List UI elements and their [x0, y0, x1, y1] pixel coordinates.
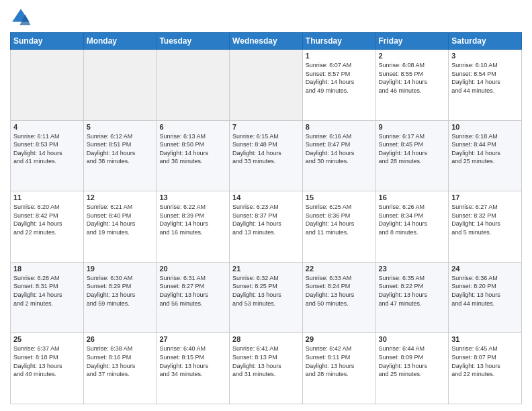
calendar-cell: 13Sunrise: 6:22 AM Sunset: 8:39 PM Dayli… [157, 191, 230, 263]
day-info: Sunrise: 6:40 AM Sunset: 8:15 PM Dayligh… [159, 345, 226, 378]
day-info: Sunrise: 6:12 AM Sunset: 8:51 PM Dayligh… [87, 132, 154, 166]
day-number: 24 [451, 265, 519, 273]
calendar-cell: 8Sunrise: 6:16 AM Sunset: 8:47 PM Daylig… [302, 120, 375, 191]
day-info: Sunrise: 6:38 AM Sunset: 8:16 PM Dayligh… [87, 345, 154, 378]
calendar-cell: 18Sunrise: 6:28 AM Sunset: 8:31 PM Dayli… [11, 262, 84, 333]
day-number: 4 [13, 123, 81, 131]
weekday-header-thursday: Thursday [302, 33, 375, 50]
calendar-cell: 28Sunrise: 6:41 AM Sunset: 8:13 PM Dayli… [230, 333, 303, 404]
weekday-header-monday: Monday [83, 33, 157, 50]
header [10, 7, 522, 28]
day-number: 29 [306, 335, 373, 343]
logo-icon [10, 7, 32, 28]
day-number: 11 [13, 193, 81, 201]
day-info: Sunrise: 6:17 AM Sunset: 8:45 PM Dayligh… [379, 132, 446, 166]
day-info: Sunrise: 6:21 AM Sunset: 8:40 PM Dayligh… [87, 203, 154, 236]
calendar-cell [11, 50, 84, 121]
day-info: Sunrise: 6:28 AM Sunset: 8:31 PM Dayligh… [13, 274, 81, 308]
day-info: Sunrise: 6:25 AM Sunset: 8:36 PM Dayligh… [306, 203, 373, 236]
day-info: Sunrise: 6:26 AM Sunset: 8:34 PM Dayligh… [379, 203, 446, 236]
day-number: 6 [159, 123, 226, 131]
calendar-cell: 14Sunrise: 6:23 AM Sunset: 8:37 PM Dayli… [230, 191, 303, 263]
day-number: 5 [87, 123, 154, 131]
day-number: 17 [451, 193, 519, 201]
day-number: 10 [451, 123, 519, 131]
calendar-cell: 3Sunrise: 6:10 AM Sunset: 8:54 PM Daylig… [449, 50, 522, 121]
weekday-header-row: SundayMondayTuesdayWednesdayThursdayFrid… [11, 33, 522, 50]
day-info: Sunrise: 6:13 AM Sunset: 8:50 PM Dayligh… [159, 132, 226, 166]
day-number: 30 [379, 335, 446, 343]
calendar-cell: 7Sunrise: 6:15 AM Sunset: 8:48 PM Daylig… [230, 120, 303, 191]
calendar-cell: 26Sunrise: 6:38 AM Sunset: 8:16 PM Dayli… [83, 333, 157, 404]
day-info: Sunrise: 6:22 AM Sunset: 8:39 PM Dayligh… [159, 203, 226, 236]
day-number: 27 [159, 335, 226, 343]
day-number: 14 [232, 193, 300, 201]
day-number: 12 [87, 193, 154, 201]
calendar-week-2: 4Sunrise: 6:11 AM Sunset: 8:53 PM Daylig… [11, 120, 522, 191]
calendar-cell: 5Sunrise: 6:12 AM Sunset: 8:51 PM Daylig… [83, 120, 157, 191]
day-number: 22 [306, 265, 373, 273]
day-info: Sunrise: 6:30 AM Sunset: 8:29 PM Dayligh… [87, 274, 154, 308]
day-number: 7 [232, 123, 300, 131]
calendar-cell: 15Sunrise: 6:25 AM Sunset: 8:36 PM Dayli… [302, 191, 375, 263]
weekday-header-saturday: Saturday [449, 33, 522, 50]
weekday-header-tuesday: Tuesday [157, 33, 230, 50]
calendar-week-5: 25Sunrise: 6:37 AM Sunset: 8:18 PM Dayli… [11, 333, 522, 404]
calendar-cell: 24Sunrise: 6:36 AM Sunset: 8:20 PM Dayli… [449, 262, 522, 333]
calendar-cell [230, 50, 303, 121]
day-info: Sunrise: 6:07 AM Sunset: 8:57 PM Dayligh… [306, 61, 373, 95]
day-number: 13 [159, 193, 226, 201]
calendar-cell: 10Sunrise: 6:18 AM Sunset: 8:44 PM Dayli… [449, 120, 522, 191]
calendar-cell: 23Sunrise: 6:35 AM Sunset: 8:22 PM Dayli… [375, 262, 449, 333]
day-number: 9 [379, 123, 446, 131]
calendar-cell: 17Sunrise: 6:27 AM Sunset: 8:32 PM Dayli… [449, 191, 522, 263]
calendar-cell: 20Sunrise: 6:31 AM Sunset: 8:27 PM Dayli… [157, 262, 230, 333]
day-info: Sunrise: 6:32 AM Sunset: 8:25 PM Dayligh… [232, 274, 300, 308]
calendar-cell: 27Sunrise: 6:40 AM Sunset: 8:15 PM Dayli… [157, 333, 230, 404]
day-info: Sunrise: 6:41 AM Sunset: 8:13 PM Dayligh… [232, 345, 300, 378]
calendar-cell [157, 50, 230, 121]
day-info: Sunrise: 6:44 AM Sunset: 8:09 PM Dayligh… [379, 345, 446, 378]
calendar-cell: 25Sunrise: 6:37 AM Sunset: 8:18 PM Dayli… [11, 333, 84, 404]
calendar-cell: 4Sunrise: 6:11 AM Sunset: 8:53 PM Daylig… [11, 120, 84, 191]
page: SundayMondayTuesdayWednesdayThursdayFrid… [0, 0, 532, 411]
day-number: 19 [87, 265, 154, 273]
day-info: Sunrise: 6:27 AM Sunset: 8:32 PM Dayligh… [451, 203, 519, 236]
calendar-cell [83, 50, 157, 121]
calendar-week-3: 11Sunrise: 6:20 AM Sunset: 8:42 PM Dayli… [11, 191, 522, 263]
calendar-cell: 29Sunrise: 6:42 AM Sunset: 8:11 PM Dayli… [302, 333, 375, 404]
day-number: 26 [87, 335, 154, 343]
day-info: Sunrise: 6:45 AM Sunset: 8:07 PM Dayligh… [451, 345, 519, 378]
day-info: Sunrise: 6:42 AM Sunset: 8:11 PM Dayligh… [306, 345, 373, 378]
day-number: 18 [13, 265, 81, 273]
day-number: 25 [13, 335, 81, 343]
calendar-cell: 1Sunrise: 6:07 AM Sunset: 8:57 PM Daylig… [302, 50, 375, 121]
day-info: Sunrise: 6:35 AM Sunset: 8:22 PM Dayligh… [379, 274, 446, 308]
weekday-header-sunday: Sunday [11, 33, 84, 50]
day-number: 8 [306, 123, 373, 131]
weekday-header-wednesday: Wednesday [230, 33, 303, 50]
day-number: 21 [232, 265, 300, 273]
day-info: Sunrise: 6:31 AM Sunset: 8:27 PM Dayligh… [159, 274, 226, 308]
day-info: Sunrise: 6:36 AM Sunset: 8:20 PM Dayligh… [451, 274, 519, 308]
calendar-cell: 2Sunrise: 6:08 AM Sunset: 8:55 PM Daylig… [375, 50, 449, 121]
day-info: Sunrise: 6:33 AM Sunset: 8:24 PM Dayligh… [306, 274, 373, 308]
calendar-cell: 31Sunrise: 6:45 AM Sunset: 8:07 PM Dayli… [449, 333, 522, 404]
calendar-cell: 16Sunrise: 6:26 AM Sunset: 8:34 PM Dayli… [375, 191, 449, 263]
day-number: 23 [379, 265, 446, 273]
calendar-cell: 9Sunrise: 6:17 AM Sunset: 8:45 PM Daylig… [375, 120, 449, 191]
day-info: Sunrise: 6:10 AM Sunset: 8:54 PM Dayligh… [451, 61, 519, 95]
day-info: Sunrise: 6:23 AM Sunset: 8:37 PM Dayligh… [232, 203, 300, 236]
day-number: 28 [232, 335, 300, 343]
day-number: 2 [379, 52, 446, 60]
calendar-cell: 6Sunrise: 6:13 AM Sunset: 8:50 PM Daylig… [157, 120, 230, 191]
day-info: Sunrise: 6:18 AM Sunset: 8:44 PM Dayligh… [451, 132, 519, 166]
day-info: Sunrise: 6:15 AM Sunset: 8:48 PM Dayligh… [232, 132, 300, 166]
day-info: Sunrise: 6:37 AM Sunset: 8:18 PM Dayligh… [13, 345, 81, 378]
logo [10, 7, 34, 28]
day-info: Sunrise: 6:11 AM Sunset: 8:53 PM Dayligh… [13, 132, 81, 166]
day-number: 1 [306, 52, 373, 60]
day-info: Sunrise: 6:20 AM Sunset: 8:42 PM Dayligh… [13, 203, 81, 236]
calendar-week-4: 18Sunrise: 6:28 AM Sunset: 8:31 PM Dayli… [11, 262, 522, 333]
calendar-table: SundayMondayTuesdayWednesdayThursdayFrid… [10, 32, 522, 404]
